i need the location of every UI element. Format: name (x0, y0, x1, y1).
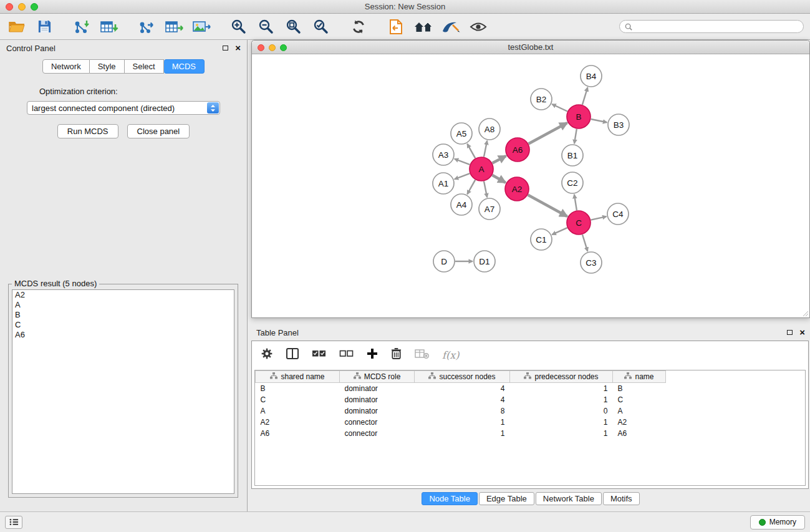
column-header-mcds-role[interactable]: MCDS role (340, 371, 415, 383)
table-cell[interactable]: B (256, 383, 340, 395)
network-canvas[interactable]: AA1A2A3A4A5A6A7A8BB1B2B3B4CC1C2C3C4DD1 (252, 54, 809, 317)
open-file-button[interactable] (6, 17, 27, 37)
column-header-predecessor-nodes[interactable]: predecessor nodes (510, 371, 613, 383)
zoom-fit-button[interactable] (283, 17, 304, 37)
import-network-button[interactable] (71, 17, 92, 37)
table-cell[interactable]: 1 (510, 394, 613, 405)
resize-grip-icon[interactable] (801, 309, 809, 317)
graph-edge-C-C1[interactable] (552, 228, 567, 235)
deselect-all-button[interactable] (339, 349, 354, 360)
select-all-button[interactable] (312, 349, 326, 360)
table-tab-node-table[interactable]: Node Table (422, 492, 478, 505)
save-session-button[interactable] (34, 17, 55, 37)
search-field[interactable] (619, 20, 804, 33)
graph-edge-A2-C[interactable] (528, 195, 567, 216)
mcds-result-item[interactable]: A (12, 300, 234, 310)
graph-edge-A-A4[interactable] (467, 180, 475, 194)
table-cell[interactable]: C (256, 394, 340, 405)
close-panel-button[interactable]: Close panel (127, 124, 190, 138)
close-window-button[interactable] (6, 3, 13, 11)
table-row[interactable]: Cdominator41C (256, 394, 666, 405)
graph-node-A4[interactable]: A4 (451, 194, 472, 215)
graph-edge-B-B3[interactable] (591, 119, 607, 122)
graph-node-C4[interactable]: C4 (607, 203, 629, 225)
graph-edge-B-B4[interactable] (582, 87, 588, 105)
table-cell[interactable]: dominator (340, 383, 415, 395)
zoom-window-button[interactable] (31, 3, 38, 11)
table-cell[interactable]: A (613, 405, 666, 417)
show-hide-details-button[interactable] (468, 17, 489, 37)
graph-node-B3[interactable]: B3 (608, 114, 629, 135)
network-close-button[interactable] (258, 44, 264, 51)
graph-node-C3[interactable]: C3 (581, 252, 602, 273)
control-tab-network[interactable]: Network (42, 59, 90, 74)
import-table-button[interactable] (99, 17, 120, 37)
apply-layout-button[interactable] (348, 17, 369, 37)
zoom-in-button[interactable] (228, 17, 249, 37)
create-column-button[interactable] (367, 348, 378, 362)
table-row[interactable]: A6connector11A6 (256, 428, 666, 439)
function-builder-button[interactable]: f(x) (442, 349, 459, 361)
float-table-panel-icon[interactable] (787, 330, 793, 335)
graph-node-C1[interactable]: C1 (531, 229, 552, 250)
graph-edge-A6-B[interactable] (529, 123, 567, 144)
table-settings-button[interactable] (261, 347, 273, 362)
graph-node-B4[interactable]: B4 (581, 65, 602, 87)
graph-edge-A-A6[interactable] (493, 156, 506, 163)
graph-edge-A-A8[interactable] (484, 141, 487, 157)
graph-node-B1[interactable]: B1 (562, 145, 583, 166)
graph-node-C2[interactable]: C2 (562, 172, 583, 193)
graph-edge-A-A5[interactable] (467, 144, 475, 158)
criterion-dropdown[interactable]: largest connected component (directed) (27, 101, 220, 115)
float-panel-icon[interactable] (223, 46, 228, 51)
graph-node-A2[interactable]: A2 (505, 177, 529, 201)
graph-edge-A-A7[interactable] (484, 181, 487, 198)
mcds-result-item[interactable]: A2 (12, 290, 234, 300)
task-history-button[interactable] (5, 516, 22, 529)
graph-node-A7[interactable]: A7 (479, 198, 500, 220)
network-minimize-button[interactable] (269, 44, 276, 51)
delete-column-button[interactable] (391, 347, 402, 362)
graph-edge-B-B2[interactable] (552, 104, 567, 112)
graph-node-B2[interactable]: B2 (531, 89, 552, 110)
table-cell[interactable]: A2 (613, 417, 666, 428)
network-graph[interactable]: AA1A2A3A4A5A6A7A8BB1B2B3B4CC1C2C3C4DD1 (252, 54, 809, 317)
close-table-panel-icon[interactable]: × (799, 329, 805, 336)
column-header-name[interactable]: name (613, 371, 666, 383)
minimize-window-button[interactable] (18, 3, 26, 11)
table-cell[interactable]: 1 (415, 417, 510, 428)
graph-node-D1[interactable]: D1 (474, 251, 495, 272)
close-panel-icon[interactable]: × (235, 44, 241, 52)
table-cell[interactable]: 0 (510, 405, 613, 417)
column-header-shared-name[interactable]: shared name (256, 371, 340, 383)
table-cell[interactable]: 1 (510, 428, 613, 439)
table-cell[interactable]: B (613, 383, 666, 395)
table-cell[interactable]: 4 (415, 383, 510, 395)
search-input[interactable] (635, 22, 798, 31)
control-tab-mcds[interactable]: MCDS (164, 59, 205, 74)
table-cell[interactable]: 4 (415, 394, 510, 405)
zoom-selected-button[interactable] (311, 17, 332, 37)
graph-node-A3[interactable]: A3 (433, 144, 454, 165)
table-tab-network-table[interactable]: Network Table (536, 492, 602, 505)
table-cell[interactable]: 1 (510, 417, 613, 428)
table-cell[interactable]: A6 (613, 428, 666, 439)
export-network-button[interactable] (136, 17, 157, 37)
graph-edge-B-B1[interactable] (574, 129, 577, 144)
open-session-file-button[interactable] (385, 17, 407, 37)
mcds-result-item[interactable]: B (12, 310, 234, 320)
table-cell[interactable]: 1 (415, 428, 510, 439)
graph-edge-C-C2[interactable] (574, 195, 577, 210)
graph-edge-A-A3[interactable] (455, 159, 470, 165)
mcds-result-item[interactable]: A6 (12, 330, 234, 340)
table-cell[interactable]: A2 (256, 417, 340, 428)
table-cell[interactable]: A6 (256, 428, 340, 439)
control-tab-select[interactable]: Select (125, 59, 164, 74)
delete-table-button[interactable] (415, 349, 429, 362)
table-cell[interactable]: dominator (340, 394, 415, 405)
mcds-result-item[interactable]: C (12, 320, 234, 330)
graph-node-A6[interactable]: A6 (506, 138, 529, 162)
graph-edge-A-A1[interactable] (455, 173, 470, 179)
control-tab-style[interactable]: Style (90, 59, 125, 74)
table-cell[interactable]: 8 (415, 405, 510, 417)
